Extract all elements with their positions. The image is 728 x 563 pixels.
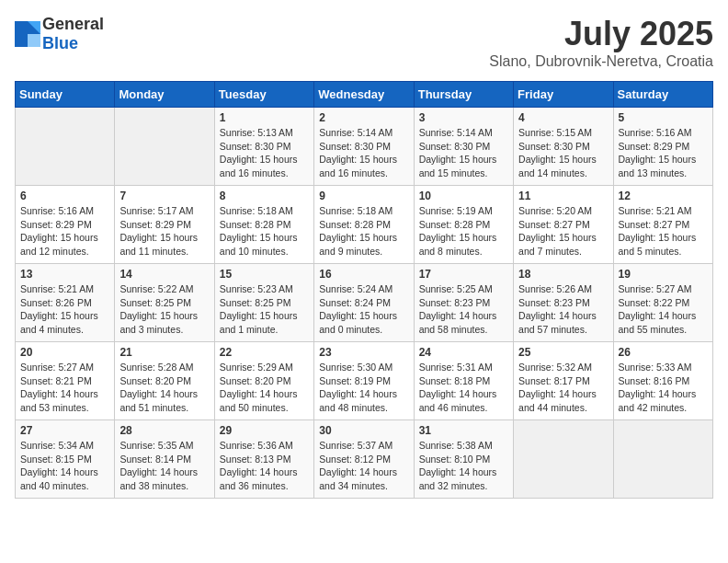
day-number: 13 <box>20 268 109 281</box>
calendar-table: SundayMondayTuesdayWednesdayThursdayFrid… <box>15 81 713 499</box>
day-info: Sunrise: 5:15 AMSunset: 8:30 PMDaylight:… <box>518 126 608 180</box>
calendar-cell: 6Sunrise: 5:16 AMSunset: 8:29 PMDaylight… <box>16 186 115 264</box>
day-info: Sunrise: 5:25 AMSunset: 8:23 PMDaylight:… <box>419 282 508 337</box>
logo-blue: Blue <box>42 34 78 52</box>
calendar-cell: 10Sunrise: 5:19 AMSunset: 8:28 PMDayligh… <box>414 186 513 264</box>
day-info: Sunrise: 5:14 AMSunset: 8:30 PMDaylight:… <box>319 126 408 180</box>
calendar-cell <box>613 420 712 499</box>
header-day-wednesday: Wednesday <box>314 82 414 108</box>
calendar-cell: 27Sunrise: 5:34 AMSunset: 8:15 PMDayligh… <box>16 420 115 499</box>
day-number: 14 <box>119 268 209 281</box>
title-block: July 2025 Slano, Dubrovnik-Neretva, Croa… <box>489 15 713 70</box>
logo-icon <box>15 21 40 47</box>
day-number: 29 <box>220 424 309 437</box>
calendar-cell: 15Sunrise: 5:23 AMSunset: 8:25 PMDayligh… <box>214 264 313 342</box>
calendar-cell: 16Sunrise: 5:24 AMSunset: 8:24 PMDayligh… <box>314 264 414 342</box>
calendar-cell: 9Sunrise: 5:18 AMSunset: 8:28 PMDaylight… <box>314 186 414 264</box>
day-info: Sunrise: 5:20 AMSunset: 8:27 PMDaylight:… <box>518 204 608 259</box>
day-number: 16 <box>319 268 408 281</box>
calendar-cell: 7Sunrise: 5:17 AMSunset: 8:29 PMDaylight… <box>115 186 214 264</box>
day-number: 7 <box>119 190 209 202</box>
day-info: Sunrise: 5:19 AMSunset: 8:28 PMDaylight:… <box>419 204 508 259</box>
calendar-cell: 1Sunrise: 5:13 AMSunset: 8:30 PMDaylight… <box>214 108 313 186</box>
calendar-cell <box>514 420 613 499</box>
calendar-week-4: 20Sunrise: 5:27 AMSunset: 8:21 PMDayligh… <box>16 342 713 420</box>
calendar-cell <box>115 108 214 186</box>
day-number: 11 <box>518 190 608 202</box>
day-number: 5 <box>619 111 708 124</box>
day-info: Sunrise: 5:31 AMSunset: 8:18 PMDaylight:… <box>419 361 508 415</box>
day-info: Sunrise: 5:24 AMSunset: 8:24 PMDaylight:… <box>319 282 408 337</box>
day-number: 2 <box>319 111 408 124</box>
calendar-cell: 20Sunrise: 5:27 AMSunset: 8:21 PMDayligh… <box>16 342 115 420</box>
header-day-saturday: Saturday <box>613 82 712 108</box>
calendar-header: SundayMondayTuesdayWednesdayThursdayFrid… <box>16 82 713 108</box>
day-info: Sunrise: 5:35 AMSunset: 8:14 PMDaylight:… <box>119 439 209 493</box>
day-number: 15 <box>220 268 309 281</box>
calendar-cell: 30Sunrise: 5:37 AMSunset: 8:12 PMDayligh… <box>314 420 414 499</box>
calendar-week-3: 13Sunrise: 5:21 AMSunset: 8:26 PMDayligh… <box>16 264 713 342</box>
day-info: Sunrise: 5:28 AMSunset: 8:20 PMDaylight:… <box>119 361 209 415</box>
svg-rect-0 <box>15 21 28 34</box>
day-number: 23 <box>319 346 408 359</box>
day-number: 21 <box>119 346 209 359</box>
calendar-week-2: 6Sunrise: 5:16 AMSunset: 8:29 PMDaylight… <box>16 186 713 264</box>
calendar-cell: 29Sunrise: 5:36 AMSunset: 8:13 PMDayligh… <box>214 420 313 499</box>
calendar-cell: 19Sunrise: 5:27 AMSunset: 8:22 PMDayligh… <box>613 264 712 342</box>
calendar-body: 1Sunrise: 5:13 AMSunset: 8:30 PMDaylight… <box>16 108 713 499</box>
day-number: 6 <box>20 190 109 202</box>
calendar-cell <box>16 108 115 186</box>
header-day-sunday: Sunday <box>16 82 115 108</box>
day-number: 17 <box>419 268 508 281</box>
calendar-cell: 3Sunrise: 5:14 AMSunset: 8:30 PMDaylight… <box>414 108 513 186</box>
day-number: 28 <box>119 424 209 437</box>
day-number: 19 <box>619 268 708 281</box>
day-number: 30 <box>319 424 408 437</box>
day-info: Sunrise: 5:27 AMSunset: 8:21 PMDaylight:… <box>20 361 109 415</box>
day-info: Sunrise: 5:36 AMSunset: 8:13 PMDaylight:… <box>220 439 309 493</box>
day-info: Sunrise: 5:14 AMSunset: 8:30 PMDaylight:… <box>419 126 508 180</box>
day-number: 20 <box>20 346 109 359</box>
header-day-thursday: Thursday <box>414 82 513 108</box>
day-info: Sunrise: 5:26 AMSunset: 8:23 PMDaylight:… <box>518 282 608 337</box>
day-number: 1 <box>220 111 309 124</box>
calendar-cell: 26Sunrise: 5:33 AMSunset: 8:16 PMDayligh… <box>613 342 712 420</box>
day-number: 4 <box>518 111 608 124</box>
page-header: General Blue July 2025 Slano, Dubrovnik-… <box>15 15 713 70</box>
header-row: SundayMondayTuesdayWednesdayThursdayFrid… <box>16 82 713 108</box>
day-info: Sunrise: 5:21 AMSunset: 8:26 PMDaylight:… <box>20 282 109 337</box>
calendar-cell: 22Sunrise: 5:29 AMSunset: 8:20 PMDayligh… <box>214 342 313 420</box>
day-info: Sunrise: 5:16 AMSunset: 8:29 PMDaylight:… <box>20 204 109 259</box>
subtitle: Slano, Dubrovnik-Neretva, Croatia <box>489 53 713 70</box>
calendar-week-1: 1Sunrise: 5:13 AMSunset: 8:30 PMDaylight… <box>16 108 713 186</box>
logo-general: General <box>42 15 104 33</box>
main-title: July 2025 <box>489 15 713 53</box>
day-number: 8 <box>220 190 309 202</box>
day-number: 12 <box>619 190 708 202</box>
calendar-cell: 12Sunrise: 5:21 AMSunset: 8:27 PMDayligh… <box>613 186 712 264</box>
calendar-cell: 25Sunrise: 5:32 AMSunset: 8:17 PMDayligh… <box>514 342 613 420</box>
day-number: 25 <box>518 346 608 359</box>
day-info: Sunrise: 5:38 AMSunset: 8:10 PMDaylight:… <box>419 439 508 493</box>
day-number: 9 <box>319 190 408 202</box>
day-info: Sunrise: 5:34 AMSunset: 8:15 PMDaylight:… <box>20 439 109 493</box>
day-info: Sunrise: 5:16 AMSunset: 8:29 PMDaylight:… <box>619 126 708 180</box>
day-info: Sunrise: 5:17 AMSunset: 8:29 PMDaylight:… <box>119 204 209 259</box>
day-number: 31 <box>419 424 508 437</box>
logo: General Blue <box>15 15 104 53</box>
day-info: Sunrise: 5:18 AMSunset: 8:28 PMDaylight:… <box>220 204 309 259</box>
day-number: 3 <box>419 111 508 124</box>
calendar-cell: 11Sunrise: 5:20 AMSunset: 8:27 PMDayligh… <box>514 186 613 264</box>
header-day-friday: Friday <box>514 82 613 108</box>
calendar-cell: 4Sunrise: 5:15 AMSunset: 8:30 PMDaylight… <box>514 108 613 186</box>
calendar-week-5: 27Sunrise: 5:34 AMSunset: 8:15 PMDayligh… <box>16 420 713 499</box>
day-info: Sunrise: 5:33 AMSunset: 8:16 PMDaylight:… <box>619 361 708 415</box>
day-info: Sunrise: 5:30 AMSunset: 8:19 PMDaylight:… <box>319 361 408 415</box>
day-number: 26 <box>619 346 708 359</box>
day-info: Sunrise: 5:27 AMSunset: 8:22 PMDaylight:… <box>619 282 708 337</box>
calendar-cell: 31Sunrise: 5:38 AMSunset: 8:10 PMDayligh… <box>414 420 513 499</box>
calendar-cell: 14Sunrise: 5:22 AMSunset: 8:25 PMDayligh… <box>115 264 214 342</box>
calendar-cell: 21Sunrise: 5:28 AMSunset: 8:20 PMDayligh… <box>115 342 214 420</box>
day-info: Sunrise: 5:37 AMSunset: 8:12 PMDaylight:… <box>319 439 408 493</box>
calendar-cell: 18Sunrise: 5:26 AMSunset: 8:23 PMDayligh… <box>514 264 613 342</box>
